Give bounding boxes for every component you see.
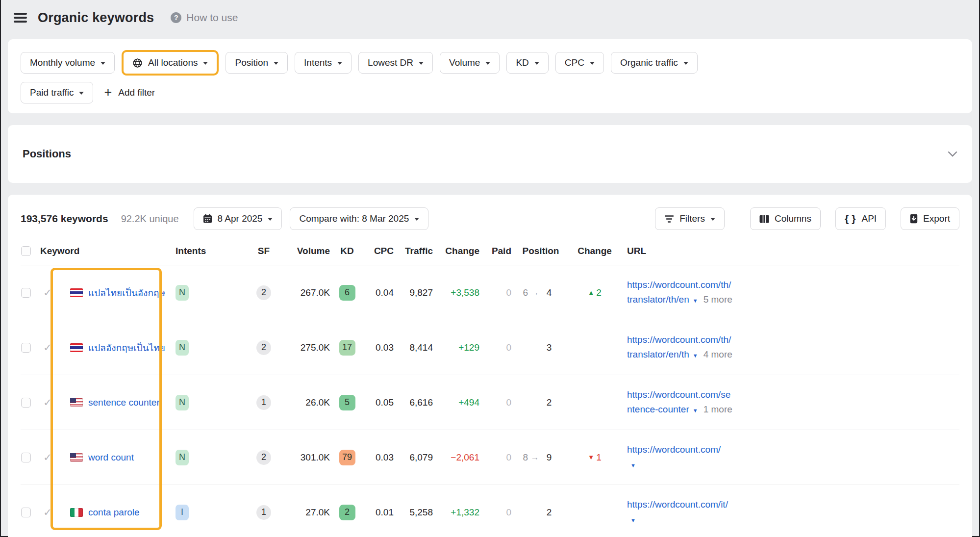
filter-button-position[interactable]: Position xyxy=(226,52,288,74)
serp-features-badge[interactable]: 2 xyxy=(256,450,271,465)
table-row: ✓ แปลไทยเป็นอังกฤษ N 2 267.0K 6 0.04 9,8… xyxy=(21,265,959,320)
filter-button-label: Lowest DR xyxy=(368,57,413,68)
menu-icon[interactable] xyxy=(14,13,27,23)
add-filter-button[interactable]: + Add filter xyxy=(100,87,159,99)
column-header-traffic[interactable]: Traffic xyxy=(394,246,433,256)
filter-button-intents[interactable]: Intents xyxy=(295,52,352,74)
column-header-position-change[interactable]: Change xyxy=(570,246,619,256)
keyword-link[interactable]: แปลไทยเป็นอังกฤษ xyxy=(88,285,165,300)
serp-features-badge[interactable]: 1 xyxy=(256,395,271,410)
url-link[interactable]: https://wordcount.com/th/ xyxy=(627,280,731,290)
traffic-value: 5,258 xyxy=(394,507,433,518)
url-link[interactable]: https://wordcount.com/it/ xyxy=(627,499,728,510)
filter-button-lowest-dr[interactable]: Lowest DR xyxy=(358,52,433,74)
filter-lines-icon xyxy=(664,215,674,223)
url-link[interactable]: https://wordcount.com/th/ xyxy=(627,334,731,345)
filter-row-1: Monthly volumeAll locationsPositionInten… xyxy=(21,50,959,76)
column-header-intents[interactable]: Intents xyxy=(168,246,249,256)
column-header-sf[interactable]: SF xyxy=(249,246,278,256)
intent-badge: N xyxy=(176,285,189,301)
filters-button-label: Filters xyxy=(679,213,705,224)
more-urls-label[interactable]: 4 more xyxy=(704,349,732,359)
url-link[interactable]: https://wordcount.com/ xyxy=(627,444,721,455)
position-cell: 8 → 9 xyxy=(511,452,570,463)
table-row: ✓ conta parole I 1 27.0K 2 0.01 5,258 +1… xyxy=(21,485,959,537)
row-checkbox[interactable] xyxy=(21,343,31,353)
url-link[interactable]: https://wordcount.com/se xyxy=(627,389,730,400)
serp-features-badge[interactable]: 2 xyxy=(256,340,271,355)
curly-braces-icon: { } xyxy=(845,213,856,224)
chevron-down-icon[interactable] xyxy=(948,151,957,157)
dropdown-caret-icon xyxy=(203,62,208,65)
row-checkbox[interactable] xyxy=(21,398,31,408)
filter-button-volume[interactable]: Volume xyxy=(440,52,500,74)
filter-row-2: Paid traffic + Add filter xyxy=(21,82,959,103)
row-checkbox[interactable] xyxy=(21,508,31,517)
positions-title: Positions xyxy=(23,148,71,160)
check-mark-icon: ✓ xyxy=(40,452,55,463)
column-header-url[interactable]: URL xyxy=(619,246,959,256)
keyword-link[interactable]: word count xyxy=(88,452,134,463)
cpc-value: 0.01 xyxy=(364,507,394,518)
column-header-change[interactable]: Change xyxy=(433,246,479,256)
position-arrow-icon: → xyxy=(528,453,542,462)
column-header-volume[interactable]: Volume xyxy=(278,246,330,256)
dropdown-caret-icon xyxy=(337,62,342,65)
position-change-triangle-icon: ▲ xyxy=(588,289,594,296)
column-header-cpc[interactable]: CPC xyxy=(364,246,394,256)
dropdown-caret-icon xyxy=(485,62,490,65)
column-header-position[interactable]: Position xyxy=(511,246,570,256)
export-button[interactable]: Export xyxy=(901,207,959,230)
kd-badge: 17 xyxy=(339,340,355,356)
column-header-keyword[interactable]: Keyword xyxy=(40,246,168,256)
serp-features-badge[interactable]: 1 xyxy=(256,505,271,520)
filter-button-organic-traffic[interactable]: Organic traffic xyxy=(611,52,698,74)
table-row: ✓ แปลอังกฤษเป็นไทย N 2 275.0K 17 0.03 8,… xyxy=(21,320,959,375)
date-picker-button[interactable]: 8 Apr 2025 xyxy=(194,207,282,230)
keyword-link[interactable]: sentence counter xyxy=(88,397,160,408)
columns-button[interactable]: Columns xyxy=(750,207,821,230)
filter-button-paid-traffic[interactable]: Paid traffic xyxy=(21,82,93,103)
plus-icon: + xyxy=(104,86,112,99)
cpc-value: 0.03 xyxy=(364,452,394,463)
url-link-continued[interactable]: translator/th/en xyxy=(627,294,689,305)
more-urls-label[interactable]: 5 more xyxy=(704,294,732,305)
date-picker-label: 8 Apr 2025 xyxy=(218,213,263,224)
intent-badge: I xyxy=(176,505,189,520)
more-urls-label[interactable]: 1 more xyxy=(704,404,732,414)
position-change-value: ▲ 2 xyxy=(570,287,619,298)
filter-button-all-locations[interactable]: All locations xyxy=(122,50,219,76)
api-button[interactable]: { } API xyxy=(835,207,886,230)
serp-features-badge[interactable]: 2 xyxy=(256,285,271,300)
filter-button-kd[interactable]: KD xyxy=(506,52,548,74)
row-checkbox[interactable] xyxy=(21,453,31,462)
keyword-link[interactable]: conta parole xyxy=(88,507,140,518)
select-all-checkbox[interactable] xyxy=(21,246,31,256)
filter-button-label: CPC xyxy=(565,57,584,68)
traffic-value: 9,827 xyxy=(394,287,433,298)
url-link-continued[interactable]: translator/en/th xyxy=(627,349,689,359)
url-dropdown-icon[interactable]: ▼ xyxy=(693,353,698,358)
column-header-kd[interactable]: KD xyxy=(330,246,364,256)
filters-button[interactable]: Filters xyxy=(655,207,725,230)
filter-button-cpc[interactable]: CPC xyxy=(555,52,604,74)
traffic-value: 6,079 xyxy=(394,452,433,463)
organic-keywords-page: Organic keywords ? How to use Monthly vo… xyxy=(0,0,980,537)
compare-with-button[interactable]: Compare with: 8 Mar 2025 xyxy=(290,207,428,230)
country-flag-icon xyxy=(70,343,83,352)
position-cell: → 2 xyxy=(511,507,570,518)
volume-value: 275.0K xyxy=(278,342,330,353)
row-checkbox[interactable] xyxy=(21,288,31,298)
traffic-change-value: +494 xyxy=(433,397,479,408)
how-to-use-link[interactable]: ? How to use xyxy=(171,12,238,24)
url-link-continued[interactable]: ntence-counter xyxy=(627,404,689,414)
keyword-link[interactable]: แปลอังกฤษเป็นไทย xyxy=(88,340,165,355)
url-dropdown-icon[interactable]: ▼ xyxy=(693,408,698,413)
country-flag-icon xyxy=(70,398,83,407)
url-dropdown-icon[interactable]: ▼ xyxy=(630,462,636,468)
filter-button-monthly-volume[interactable]: Monthly volume xyxy=(21,52,115,74)
calendar-icon xyxy=(203,214,212,224)
url-dropdown-icon[interactable]: ▼ xyxy=(693,298,698,304)
column-header-paid[interactable]: Paid xyxy=(479,246,511,256)
url-dropdown-icon[interactable]: ▼ xyxy=(630,517,636,523)
